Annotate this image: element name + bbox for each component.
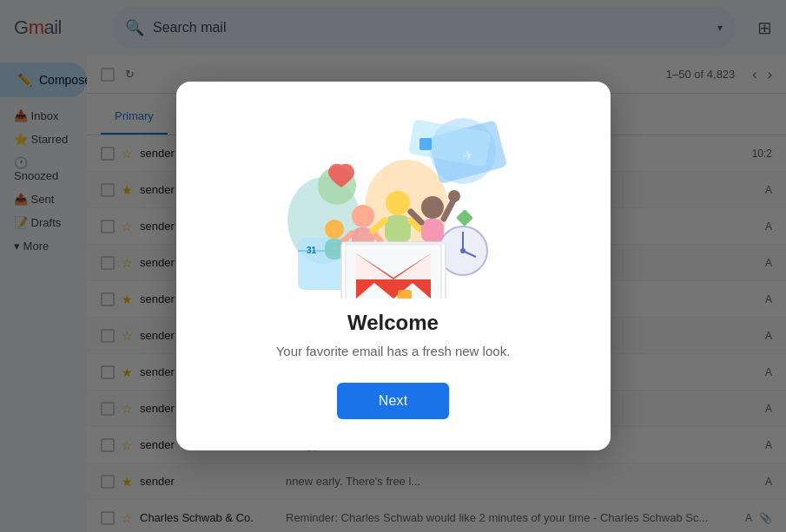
svg-point-17 — [352, 205, 374, 227]
modal-overlay: ✈ 31 — [0, 0, 786, 532]
svg-point-12 — [460, 248, 466, 253]
svg-point-21 — [386, 191, 410, 215]
welcome-illustration: ✈ 31 — [272, 116, 515, 290]
svg-rect-43 — [398, 290, 412, 299]
svg-rect-22 — [385, 215, 411, 243]
illustration-svg: ✈ 31 — [272, 116, 515, 299]
welcome-dialog: ✈ 31 — [176, 82, 611, 450]
svg-point-30 — [325, 220, 344, 239]
svg-point-25 — [421, 196, 444, 219]
svg-point-29 — [448, 190, 460, 202]
dialog-title: Welcome — [347, 311, 439, 335]
dialog-subtitle: Your favorite email has a fresh new look… — [276, 344, 511, 358]
next-button[interactable]: Next — [337, 383, 450, 419]
svg-rect-26 — [421, 219, 444, 243]
svg-rect-16 — [419, 138, 432, 150]
svg-rect-14 — [456, 209, 473, 227]
